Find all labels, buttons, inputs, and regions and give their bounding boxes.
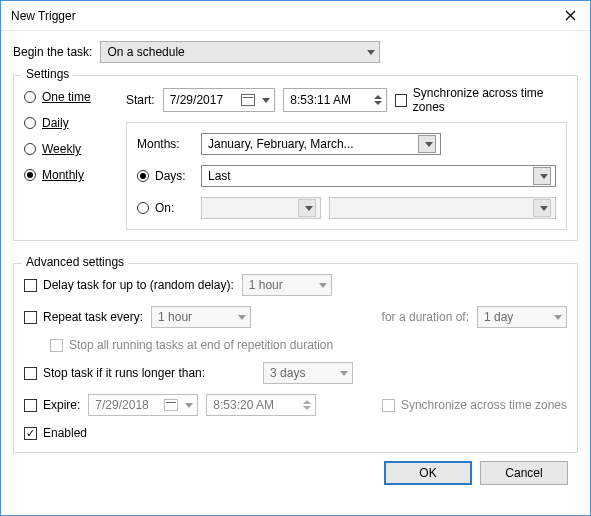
- on-select-1: [201, 197, 321, 219]
- days-label: Days:: [155, 169, 186, 183]
- schedule-radios: One time Daily Weekly Monthly: [24, 86, 114, 230]
- monthly-panel: Months: January, February, March... Days…: [126, 122, 567, 230]
- advanced-group-label: Advanced settings: [22, 255, 128, 269]
- spinner-icon: [303, 400, 311, 410]
- chevron-down-icon: [185, 403, 193, 408]
- ok-label: OK: [419, 466, 436, 480]
- stop-long-label: Stop task if it runs longer than:: [43, 366, 205, 380]
- close-icon: [565, 10, 576, 21]
- stop-rep-label: Stop all running tasks at end of repetit…: [69, 338, 333, 352]
- stop-long-value: 3 days: [270, 366, 305, 380]
- enabled-checkbox[interactable]: Enabled: [24, 426, 87, 440]
- months-value: January, February, March...: [208, 137, 354, 151]
- chevron-down-icon: [319, 283, 327, 288]
- chevron-down-icon: [238, 315, 246, 320]
- delay-label: Delay task for up to (random delay):: [43, 278, 234, 292]
- delay-row: Delay task for up to (random delay): 1 h…: [24, 274, 567, 296]
- begin-dropdown[interactable]: On a schedule: [100, 41, 380, 63]
- expire-date-input: 7/29/2018: [88, 394, 198, 416]
- radio-label: Monthly: [42, 168, 84, 182]
- radio-days[interactable]: Days:: [137, 169, 193, 183]
- chevron-down-icon: [540, 206, 548, 211]
- checkbox-icon: [24, 279, 37, 292]
- checkbox-icon: [24, 367, 37, 380]
- settings-group: Settings One time Daily Weekly: [13, 75, 578, 241]
- radio-icon: [137, 202, 149, 214]
- start-date-value: 7/29/2017: [170, 93, 223, 107]
- settings-group-label: Settings: [22, 67, 73, 81]
- months-label: Months:: [137, 137, 193, 151]
- days-row: Days: Last: [137, 165, 556, 187]
- radio-daily[interactable]: Daily: [24, 116, 114, 130]
- days-value: Last: [208, 169, 231, 183]
- start-row: Start: 7/29/2017 8:53:11 AM: [126, 86, 567, 114]
- radio-icon: [24, 143, 36, 155]
- expire-time-value: 8:53:20 AM: [213, 398, 274, 412]
- begin-value: On a schedule: [107, 45, 363, 59]
- months-row: Months: January, February, March...: [137, 133, 556, 155]
- radio-label: One time: [42, 90, 91, 104]
- checkbox-icon: [24, 427, 37, 440]
- settings-right: Start: 7/29/2017 8:53:11 AM: [126, 86, 567, 230]
- radio-icon: [24, 117, 36, 129]
- months-select[interactable]: January, February, March...: [201, 133, 441, 155]
- repeat-checkbox[interactable]: Repeat task every:: [24, 310, 143, 324]
- window: New Trigger Begin the task: On a schedul…: [0, 0, 591, 516]
- on-row: On:: [137, 197, 556, 219]
- expire-time-input: 8:53:20 AM: [206, 394, 316, 416]
- repeat-label: Repeat task every:: [43, 310, 143, 324]
- close-button[interactable]: [558, 4, 582, 28]
- sync-tz-label: Synchronize across time zones: [413, 86, 567, 114]
- titlebar: New Trigger: [1, 1, 590, 31]
- checkbox-icon: [24, 311, 37, 324]
- on-label: On:: [155, 201, 174, 215]
- start-date-input[interactable]: 7/29/2017: [163, 88, 276, 112]
- radio-weekly[interactable]: Weekly: [24, 142, 114, 156]
- radio-label: Weekly: [42, 142, 81, 156]
- radio-icon: [137, 170, 149, 182]
- repeat-value: 1 hour: [158, 310, 192, 324]
- chevron-down-icon: [262, 98, 270, 103]
- content: Begin the task: On a schedule Settings O…: [1, 31, 590, 515]
- stop-long-checkbox[interactable]: Stop task if it runs longer than:: [24, 366, 205, 380]
- radio-one-time[interactable]: One time: [24, 90, 114, 104]
- dialog-buttons: OK Cancel: [13, 453, 578, 495]
- chevron-down-icon: [367, 50, 375, 55]
- chevron-down-icon: [305, 206, 313, 211]
- repeat-row: Repeat task every: 1 hour for a duration…: [24, 306, 567, 328]
- radio-monthly[interactable]: Monthly: [24, 168, 114, 182]
- delay-checkbox[interactable]: Delay task for up to (random delay):: [24, 278, 234, 292]
- expire-checkbox[interactable]: Expire:: [24, 398, 80, 412]
- days-select[interactable]: Last: [201, 165, 556, 187]
- expire-date-value: 7/29/2018: [95, 398, 148, 412]
- start-time-input[interactable]: 8:53:11 AM: [283, 88, 386, 112]
- chevron-down-icon: [425, 142, 433, 147]
- delay-value: 1 hour: [249, 278, 283, 292]
- enabled-label: Enabled: [43, 426, 87, 440]
- ok-button[interactable]: OK: [384, 461, 472, 485]
- chevron-down-icon: [554, 315, 562, 320]
- enabled-row: Enabled: [24, 426, 567, 440]
- radio-icon: [24, 169, 36, 181]
- calendar-icon: [164, 399, 178, 411]
- chevron-down-icon: [540, 174, 548, 179]
- checkbox-icon: [395, 94, 407, 107]
- cancel-label: Cancel: [505, 466, 542, 480]
- checkbox-icon: [50, 339, 63, 352]
- begin-row: Begin the task: On a schedule: [13, 41, 578, 63]
- duration-combo: 1 day: [477, 306, 567, 328]
- stop-long-row: Stop task if it runs longer than: 3 days: [24, 362, 567, 384]
- sync-tz-checkbox[interactable]: Synchronize across time zones: [395, 86, 567, 114]
- chevron-down-icon: [340, 371, 348, 376]
- stop-long-combo: 3 days: [263, 362, 353, 384]
- calendar-icon: [241, 94, 255, 106]
- start-time-value: 8:53:11 AM: [290, 93, 351, 107]
- stop-rep-checkbox: Stop all running tasks at end of repetit…: [50, 338, 333, 352]
- on-select-2: [329, 197, 556, 219]
- radio-icon: [24, 91, 36, 103]
- delay-combo: 1 hour: [242, 274, 332, 296]
- repeat-combo: 1 hour: [151, 306, 251, 328]
- radio-on[interactable]: On:: [137, 201, 193, 215]
- cancel-button[interactable]: Cancel: [480, 461, 568, 485]
- radio-label: Daily: [42, 116, 69, 130]
